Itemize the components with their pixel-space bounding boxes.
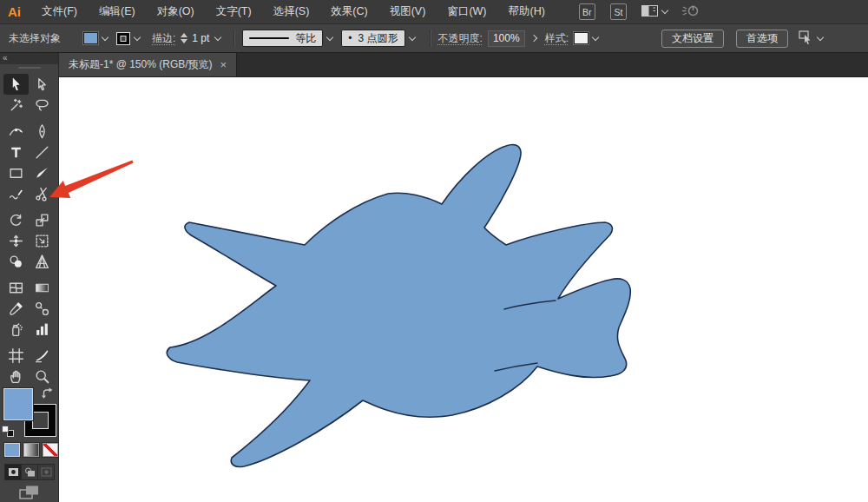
width-profile-dropdown[interactable]: 等比: [242, 30, 332, 47]
chevron-down-icon[interactable]: [592, 33, 599, 40]
document-setup-button[interactable]: 文档设置: [661, 30, 724, 48]
stroke-width-stepper[interactable]: [181, 33, 187, 43]
hand-tool[interactable]: [3, 366, 29, 386]
stroke-panel-label[interactable]: 描边:: [152, 31, 175, 46]
slice-tool[interactable]: [30, 345, 55, 366]
shaper-tool[interactable]: [3, 183, 29, 204]
stroke-width-value[interactable]: 1 pt: [192, 32, 209, 44]
menu-bar: Ai 文件(F)编辑(E)对象(O)文字(T)选择(S)效果(C)视图(V)窗口…: [0, 0, 868, 24]
sync-icon[interactable]: [681, 3, 700, 22]
shape-builder-tool[interactable]: [3, 251, 29, 272]
document-area: 未标题-1* @ 150% (RGB/预览) ×: [59, 53, 868, 502]
width-icon: [8, 233, 24, 249]
workspace-switcher[interactable]: [641, 4, 667, 20]
menu-item-4[interactable]: 选择(S): [273, 4, 310, 19]
blend-tool[interactable]: [30, 298, 55, 319]
draw-inside-button[interactable]: [38, 465, 54, 479]
artboard-tool[interactable]: [3, 345, 29, 366]
menu-item-8[interactable]: 帮助(H): [509, 4, 545, 19]
scissors-tool[interactable]: [30, 183, 55, 204]
curvature-icon: [34, 123, 50, 140]
pen-tool[interactable]: [3, 121, 29, 142]
menu-item-5[interactable]: 效果(C): [331, 4, 367, 19]
stroke-color-swatch: [116, 32, 130, 45]
brush-bullet: •: [348, 32, 352, 44]
paintbrush-tool[interactable]: [30, 162, 55, 183]
close-tab-icon[interactable]: ×: [220, 59, 227, 70]
menu-item-7[interactable]: 窗口(W): [447, 4, 486, 19]
menu-item-1[interactable]: 编辑(E): [99, 4, 135, 19]
direct-selection-tool[interactable]: [30, 74, 55, 95]
chevron-down-icon: [817, 33, 824, 40]
magic-wand-icon: [8, 97, 24, 114]
gradient-button[interactable]: [23, 443, 39, 457]
selection-tool[interactable]: [3, 74, 29, 95]
rectangle-icon: [8, 165, 24, 182]
brush-definition-dropdown[interactable]: • 3 点圆形: [341, 30, 414, 47]
curvature-tool[interactable]: [30, 121, 55, 142]
preferences-button[interactable]: 首选项: [736, 30, 788, 48]
scissors-icon: [34, 186, 50, 202]
gradient-tool[interactable]: [30, 277, 55, 298]
type-tool[interactable]: [3, 142, 29, 162]
scale-tool[interactable]: [30, 209, 55, 230]
swap-fill-stroke-icon[interactable]: [41, 386, 54, 402]
slice-icon: [34, 347, 50, 364]
opacity-value[interactable]: 100%: [488, 30, 525, 47]
menu-item-2[interactable]: 对象(O): [157, 4, 194, 19]
symbol-sprayer-tool[interactable]: [3, 319, 29, 340]
menu-item-3[interactable]: 文字(T): [216, 4, 252, 19]
type-icon: [8, 144, 24, 161]
rotate-tool[interactable]: [3, 209, 29, 230]
select-similar-icon: [799, 30, 813, 47]
mesh-tool[interactable]: [3, 277, 29, 298]
draw-behind-button[interactable]: [22, 465, 38, 479]
magic-wand-tool[interactable]: [3, 95, 29, 116]
style-panel-label[interactable]: 样式:: [545, 31, 569, 46]
tools-panel-grip[interactable]: [0, 64, 58, 71]
chevron-down-icon: [661, 7, 668, 14]
column-graph-tool[interactable]: [30, 319, 55, 340]
default-fill-stroke-icon[interactable]: [2, 426, 15, 438]
divider: [233, 30, 234, 47]
eyedropper-tool[interactable]: [3, 298, 29, 319]
chevron-right-icon[interactable]: [529, 35, 536, 42]
tools-panel-collapse[interactable]: «: [0, 53, 58, 64]
zoom-tool[interactable]: [30, 366, 55, 386]
lasso-tool[interactable]: [30, 95, 55, 116]
draw-normal-button[interactable]: [5, 465, 22, 479]
column-graph-icon: [34, 321, 50, 338]
shape-builder-icon: [8, 254, 24, 270]
chevron-down-icon: [102, 33, 108, 40]
none-button[interactable]: [43, 443, 58, 457]
tool-grid: [0, 74, 58, 386]
stock-button[interactable]: St: [610, 3, 627, 20]
select-similar-dropdown[interactable]: [799, 30, 823, 47]
blend-icon: [34, 301, 50, 317]
document-tab[interactable]: 未标题-1* @ 150% (RGB/预览) ×: [59, 53, 237, 76]
chevron-down-icon[interactable]: [214, 33, 221, 40]
color-button[interactable]: [4, 443, 20, 457]
perspective-grid-tool[interactable]: [30, 251, 55, 272]
menu-item-0[interactable]: 文件(F): [42, 4, 77, 19]
artboard-canvas[interactable]: [59, 77, 868, 502]
menu-item-6[interactable]: 视图(V): [390, 4, 426, 19]
document-tab-title: 未标题-1* @ 150% (RGB/预览): [69, 57, 213, 72]
control-bar: 未选择对象 描边: 1 pt 等比 • 3 点圆形: [0, 24, 868, 53]
fill-indicator[interactable]: [3, 388, 33, 420]
selection-status: 未选择对象: [9, 31, 61, 46]
rectangle-tool[interactable]: [3, 162, 29, 183]
line-segment-tool[interactable]: [30, 142, 55, 162]
merged-shape[interactable]: [167, 144, 630, 466]
style-swatch[interactable]: [574, 32, 589, 44]
brush-label: 3 点圆形: [358, 31, 398, 46]
opacity-panel-label[interactable]: 不透明度:: [438, 31, 483, 46]
fill-color-dropdown[interactable]: [83, 32, 108, 44]
free-transform-tool[interactable]: [30, 230, 55, 251]
chevron-down-icon: [134, 33, 141, 40]
bridge-button[interactable]: Br: [579, 3, 595, 20]
screen-mode-button[interactable]: [19, 485, 40, 502]
perspective-grid-icon: [34, 254, 50, 270]
stroke-color-dropdown[interactable]: [116, 32, 140, 45]
width-tool[interactable]: [3, 230, 29, 251]
